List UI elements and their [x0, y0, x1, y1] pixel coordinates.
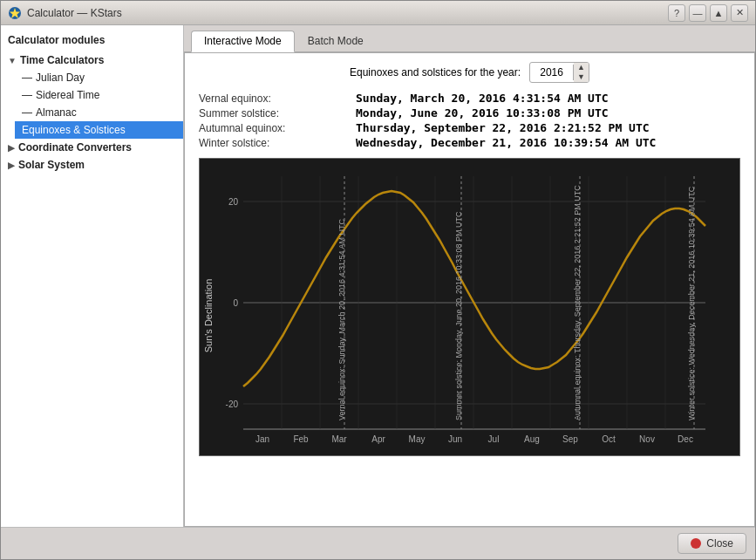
summer-solstice-value: Monday, June 20, 2016 10:33:08 PM UTC: [356, 106, 609, 120]
svg-text:0: 0: [233, 298, 238, 308]
winter-solstice-value: Wednesday, December 21, 2016 10:39:54 AM…: [356, 136, 656, 149]
sidebar-header: Calculator modules: [1, 29, 183, 51]
svg-text:20: 20: [228, 197, 239, 207]
svg-text:Oct: Oct: [602, 434, 616, 444]
autumnal-equinox-value: Thursday, September 22, 2016 2:21:52 PM …: [356, 121, 650, 134]
close-icon: [691, 538, 701, 549]
sidebar-item-coordinate-converters[interactable]: ▶ Coordinate Converters: [1, 139, 183, 156]
sidebar-item-sidereal-time[interactable]: — Sidereal Time: [15, 86, 183, 104]
summer-solstice-row: Summer solstice: Monday, June 20, 2016 1…: [199, 106, 740, 120]
svg-text:-20: -20: [226, 400, 239, 409]
autumnal-equinox-label: Autumnal equinox:: [199, 122, 356, 134]
svg-text:Aug: Aug: [524, 434, 540, 444]
year-label: Equinoxes and solstices for the year:: [350, 66, 521, 79]
close-label: Close: [706, 537, 733, 550]
year-spinner[interactable]: 2016 ▲ ▼: [529, 62, 589, 83]
tab-interactive[interactable]: Interactive Mode: [191, 31, 295, 52]
dash-icon: —: [22, 89, 32, 101]
main-window: Calculator — KStars ? — ▲ ✕ Calculator m…: [0, 0, 756, 560]
solar-system-label: Solar System: [18, 159, 85, 171]
window-close-button[interactable]: ✕: [731, 4, 748, 22]
minimize-button[interactable]: —: [689, 4, 706, 22]
svg-text:May: May: [409, 434, 426, 444]
svg-text:Mar: Mar: [331, 434, 347, 444]
right-panel: Interactive Mode Batch Mode Equinoxes an…: [184, 25, 755, 527]
summer-solstice-chart-label: Summer solstice: Monday, June 20, 2016 1…: [454, 211, 463, 420]
coordinate-converters-label: Coordinate Converters: [18, 141, 132, 154]
winter-solstice-row: Winter solstice: Wednesday, December 21,…: [199, 136, 740, 149]
tab-batch[interactable]: Batch Mode: [295, 31, 377, 51]
titlebar-controls: ? — ▲ ✕: [668, 4, 748, 22]
year-value: 2016: [530, 65, 574, 80]
svg-text:Jul: Jul: [488, 434, 500, 444]
titlebar-left: Calculator — KStars: [8, 6, 122, 20]
sidebar-item-julian-day[interactable]: — Julian Day: [15, 69, 183, 86]
sidebar-item-solar-system[interactable]: ▶ Solar System: [1, 156, 183, 174]
vernal-equinox-value: Sunday, March 20, 2016 4:31:54 AM UTC: [356, 92, 609, 105]
year-arrows: ▲ ▼: [574, 63, 589, 82]
app-icon: [8, 6, 22, 20]
vernal-equinox-row: Vernal equinox: Sunday, March 20, 2016 4…: [199, 92, 740, 105]
maximize-button[interactable]: ▲: [710, 4, 727, 22]
svg-text:Sep: Sep: [562, 434, 578, 444]
time-calculators-children: — Julian Day — Sidereal Time — Almanac E…: [1, 69, 183, 139]
year-up-button[interactable]: ▲: [574, 63, 589, 72]
expand-arrow-icon: ▶: [8, 143, 15, 153]
summer-solstice-label: Summer solstice:: [199, 107, 356, 120]
svg-text:Feb: Feb: [293, 434, 309, 444]
svg-text:Dec: Dec: [678, 434, 693, 444]
equinox-table: Vernal equinox: Sunday, March 20, 2016 4…: [199, 92, 740, 149]
dash-icon: —: [22, 72, 32, 84]
svg-text:Jun: Jun: [448, 434, 462, 444]
vernal-equinox-label: Vernal equinox:: [199, 92, 356, 105]
expand-arrow-icon-2: ▶: [8, 160, 15, 170]
vernal-equinox-chart-label: Vernal equinox: Sunday, March 20, 2016 4…: [337, 219, 346, 420]
main-content: Calculator modules ▼ Time Calculators — …: [1, 25, 755, 527]
expand-icon: ▼: [8, 56, 17, 65]
y-axis-label: Sun's Declination: [203, 279, 214, 353]
tab-content-interactive: Equinoxes and solstices for the year: 20…: [184, 52, 755, 527]
svg-text:Apr: Apr: [371, 434, 385, 444]
sidebar-item-almanac[interactable]: — Almanac: [15, 104, 183, 121]
time-calculators-label: Time Calculators: [20, 54, 104, 66]
declination-chart: Sun's Declination 20 0 -20: [200, 159, 723, 455]
help-button[interactable]: ?: [668, 4, 685, 22]
sidebar-item-equinoxes-solstices[interactable]: Equinoxes & Solstices: [15, 121, 183, 139]
tree-group-time-calculators: ▼ Time Calculators — Julian Day — Sidere…: [1, 51, 183, 139]
sidebar-item-time-calculators[interactable]: ▼ Time Calculators: [1, 51, 183, 69]
window-title: Calculator — KStars: [27, 7, 122, 19]
winter-solstice-chart-label: Winter solstice: Wednesday, December 21,…: [687, 186, 696, 420]
svg-text:Jan: Jan: [255, 434, 269, 444]
chart-container: Sun's Declination 20 0 -20: [199, 158, 740, 456]
autumnal-equinox-chart-label: Autumnal equinox: Thursday, September 22…: [573, 185, 582, 420]
dash-icon: —: [22, 106, 32, 119]
autumnal-equinox-row: Autumnal equinox: Thursday, September 22…: [199, 121, 740, 134]
footer: Close: [1, 527, 755, 559]
year-down-button[interactable]: ▼: [574, 72, 589, 82]
winter-solstice-label: Winter solstice:: [199, 137, 356, 149]
titlebar: Calculator — KStars ? — ▲ ✕: [1, 1, 755, 25]
sidebar: Calculator modules ▼ Time Calculators — …: [1, 25, 184, 527]
year-selector-row: Equinoxes and solstices for the year: 20…: [199, 62, 740, 83]
tab-bar: Interactive Mode Batch Mode: [184, 25, 755, 52]
close-button[interactable]: Close: [678, 533, 746, 554]
svg-text:Nov: Nov: [639, 434, 655, 444]
